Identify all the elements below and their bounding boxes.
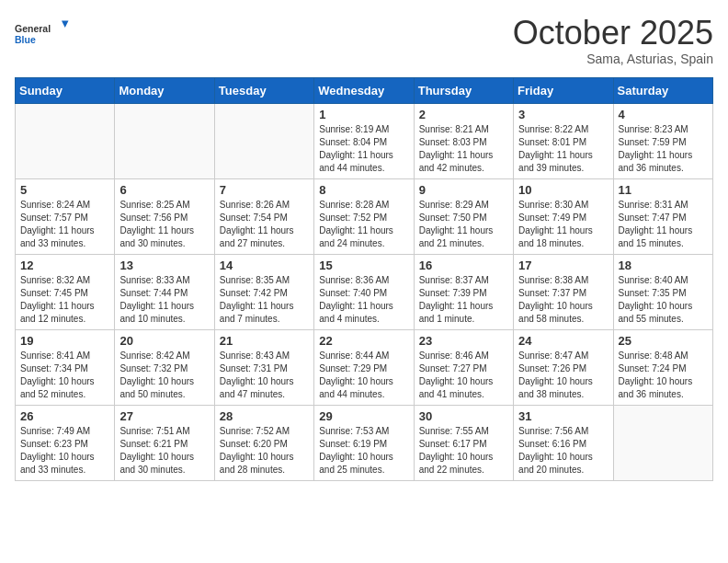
- day-number: 3: [518, 108, 608, 121]
- calendar-cell: 27Sunrise: 7:51 AMSunset: 6:21 PMDayligh…: [115, 405, 214, 480]
- day-info: Sunrise: 8:31 AMSunset: 7:47 PMDaylight:…: [619, 199, 708, 250]
- calendar-cell: 30Sunrise: 7:55 AMSunset: 6:17 PMDayligh…: [414, 405, 513, 480]
- calendar-cell: 3Sunrise: 8:22 AMSunset: 8:01 PMDaylight…: [514, 103, 613, 178]
- day-info: Sunrise: 8:46 AMSunset: 7:27 PMDaylight:…: [419, 350, 508, 401]
- calendar-cell: 20Sunrise: 8:42 AMSunset: 7:32 PMDayligh…: [115, 329, 214, 405]
- day-info: Sunrise: 8:21 AMSunset: 8:03 PMDaylight:…: [419, 123, 508, 175]
- page-header: General Blue October 2025 Sama, Asturias…: [15, 15, 713, 66]
- day-number: 19: [20, 334, 109, 348]
- calendar-week-5: 26Sunrise: 7:49 AMSunset: 6:23 PMDayligh…: [16, 405, 713, 480]
- day-number: 7: [220, 183, 309, 197]
- day-number: 13: [119, 259, 209, 272]
- calendar-cell: 14Sunrise: 8:35 AMSunset: 7:42 PMDayligh…: [214, 254, 313, 329]
- day-info: Sunrise: 8:37 AMSunset: 7:39 PMDaylight:…: [419, 274, 508, 326]
- location-subtitle: Sama, Asturias, Spain: [513, 52, 713, 66]
- calendar-cell: 16Sunrise: 8:37 AMSunset: 7:39 PMDayligh…: [414, 254, 513, 329]
- weekday-header-sunday: Sunday: [16, 77, 115, 103]
- day-number: 24: [518, 334, 608, 348]
- day-number: 26: [20, 409, 109, 423]
- calendar-cell: 12Sunrise: 8:32 AMSunset: 7:45 PMDayligh…: [16, 254, 115, 329]
- day-number: 20: [119, 334, 209, 348]
- day-number: 23: [419, 334, 508, 348]
- calendar-cell: 17Sunrise: 8:38 AMSunset: 7:37 PMDayligh…: [514, 254, 613, 329]
- calendar-cell: 7Sunrise: 8:26 AMSunset: 7:54 PMDaylight…: [214, 178, 313, 254]
- weekday-header-thursday: Thursday: [414, 77, 513, 103]
- day-info: Sunrise: 8:33 AMSunset: 7:44 PMDaylight:…: [119, 274, 209, 326]
- day-number: 15: [319, 259, 408, 272]
- day-info: Sunrise: 8:40 AMSunset: 7:35 PMDaylight:…: [619, 274, 708, 326]
- day-number: 30: [419, 409, 508, 423]
- day-info: Sunrise: 7:52 AMSunset: 6:20 PMDaylight:…: [220, 425, 309, 477]
- day-number: 9: [419, 183, 508, 197]
- day-info: Sunrise: 8:41 AMSunset: 7:34 PMDaylight:…: [20, 350, 109, 401]
- svg-marker-2: [62, 21, 69, 29]
- day-number: 4: [619, 108, 708, 121]
- day-number: 27: [119, 409, 209, 423]
- day-info: Sunrise: 7:55 AMSunset: 6:17 PMDaylight:…: [419, 425, 508, 477]
- day-info: Sunrise: 8:36 AMSunset: 7:40 PMDaylight:…: [319, 274, 408, 326]
- svg-text:General: General: [15, 23, 51, 34]
- svg-text:Blue: Blue: [15, 34, 36, 45]
- calendar-table: SundayMondayTuesdayWednesdayThursdayFrid…: [15, 77, 713, 481]
- day-info: Sunrise: 8:26 AMSunset: 7:54 PMDaylight:…: [220, 199, 309, 250]
- day-number: 29: [319, 409, 408, 423]
- weekday-header-monday: Monday: [115, 77, 214, 103]
- day-info: Sunrise: 8:48 AMSunset: 7:24 PMDaylight:…: [619, 350, 708, 401]
- calendar-cell: 26Sunrise: 7:49 AMSunset: 6:23 PMDayligh…: [16, 405, 115, 480]
- calendar-week-1: 1Sunrise: 8:19 AMSunset: 8:04 PMDaylight…: [16, 103, 713, 178]
- calendar-cell: 21Sunrise: 8:43 AMSunset: 7:31 PMDayligh…: [214, 329, 313, 405]
- day-info: Sunrise: 8:38 AMSunset: 7:37 PMDaylight:…: [518, 274, 608, 326]
- calendar-cell: 19Sunrise: 8:41 AMSunset: 7:34 PMDayligh…: [16, 329, 115, 405]
- day-info: Sunrise: 8:30 AMSunset: 7:49 PMDaylight:…: [518, 199, 608, 250]
- calendar-cell: 1Sunrise: 8:19 AMSunset: 8:04 PMDaylight…: [314, 103, 414, 178]
- day-info: Sunrise: 8:24 AMSunset: 7:57 PMDaylight:…: [20, 199, 109, 250]
- calendar-cell: 6Sunrise: 8:25 AMSunset: 7:56 PMDaylight…: [115, 178, 214, 254]
- day-number: 28: [220, 409, 309, 423]
- day-info: Sunrise: 8:19 AMSunset: 8:04 PMDaylight:…: [319, 123, 408, 175]
- day-info: Sunrise: 7:51 AMSunset: 6:21 PMDaylight:…: [119, 425, 209, 477]
- day-number: 12: [20, 259, 109, 272]
- calendar-cell: [16, 103, 115, 178]
- day-info: Sunrise: 7:56 AMSunset: 6:16 PMDaylight:…: [518, 425, 608, 477]
- calendar-cell: [115, 103, 214, 178]
- calendar-cell: [214, 103, 313, 178]
- day-info: Sunrise: 7:49 AMSunset: 6:23 PMDaylight:…: [20, 425, 109, 477]
- logo: General Blue: [15, 15, 70, 52]
- calendar-cell: 11Sunrise: 8:31 AMSunset: 7:47 PMDayligh…: [613, 178, 712, 254]
- day-info: Sunrise: 8:43 AMSunset: 7:31 PMDaylight:…: [220, 350, 309, 401]
- calendar-cell: 4Sunrise: 8:23 AMSunset: 7:59 PMDaylight…: [613, 103, 712, 178]
- calendar-cell: 24Sunrise: 8:47 AMSunset: 7:26 PMDayligh…: [514, 329, 613, 405]
- day-number: 1: [319, 108, 408, 121]
- calendar-cell: [613, 405, 712, 480]
- day-number: 16: [419, 259, 508, 272]
- day-info: Sunrise: 8:32 AMSunset: 7:45 PMDaylight:…: [20, 274, 109, 326]
- day-info: Sunrise: 8:42 AMSunset: 7:32 PMDaylight:…: [119, 350, 209, 401]
- calendar-cell: 18Sunrise: 8:40 AMSunset: 7:35 PMDayligh…: [613, 254, 712, 329]
- day-number: 11: [619, 183, 708, 197]
- weekday-header-row: SundayMondayTuesdayWednesdayThursdayFrid…: [16, 77, 713, 103]
- weekday-header-saturday: Saturday: [613, 77, 712, 103]
- day-number: 21: [220, 334, 309, 348]
- calendar-week-3: 12Sunrise: 8:32 AMSunset: 7:45 PMDayligh…: [16, 254, 713, 329]
- day-number: 5: [20, 183, 109, 197]
- day-info: Sunrise: 8:28 AMSunset: 7:52 PMDaylight:…: [319, 199, 408, 250]
- day-info: Sunrise: 8:22 AMSunset: 8:01 PMDaylight:…: [518, 123, 608, 175]
- day-info: Sunrise: 8:23 AMSunset: 7:59 PMDaylight:…: [619, 123, 708, 175]
- day-info: Sunrise: 8:44 AMSunset: 7:29 PMDaylight:…: [319, 350, 408, 401]
- calendar-cell: 22Sunrise: 8:44 AMSunset: 7:29 PMDayligh…: [314, 329, 414, 405]
- calendar-cell: 13Sunrise: 8:33 AMSunset: 7:44 PMDayligh…: [115, 254, 214, 329]
- day-info: Sunrise: 8:29 AMSunset: 7:50 PMDaylight:…: [419, 199, 508, 250]
- day-number: 14: [220, 259, 309, 272]
- day-number: 17: [518, 259, 608, 272]
- calendar-week-2: 5Sunrise: 8:24 AMSunset: 7:57 PMDaylight…: [16, 178, 713, 254]
- calendar-cell: 23Sunrise: 8:46 AMSunset: 7:27 PMDayligh…: [414, 329, 513, 405]
- calendar-cell: 5Sunrise: 8:24 AMSunset: 7:57 PMDaylight…: [16, 178, 115, 254]
- title-block: October 2025 Sama, Asturias, Spain: [513, 15, 713, 66]
- day-number: 22: [319, 334, 408, 348]
- day-info: Sunrise: 8:25 AMSunset: 7:56 PMDaylight:…: [119, 199, 209, 250]
- calendar-cell: 15Sunrise: 8:36 AMSunset: 7:40 PMDayligh…: [314, 254, 414, 329]
- day-number: 18: [619, 259, 708, 272]
- day-number: 2: [419, 108, 508, 121]
- calendar-week-4: 19Sunrise: 8:41 AMSunset: 7:34 PMDayligh…: [16, 329, 713, 405]
- calendar-cell: 2Sunrise: 8:21 AMSunset: 8:03 PMDaylight…: [414, 103, 513, 178]
